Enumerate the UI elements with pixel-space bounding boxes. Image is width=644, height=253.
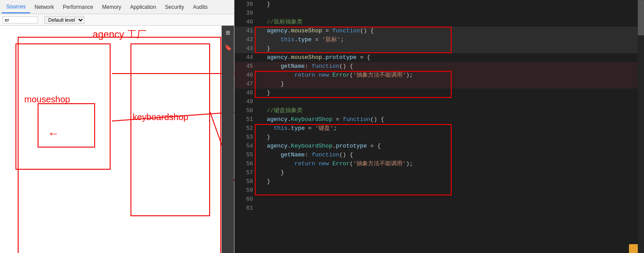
left-panel: Sources Network Performance Memory Appli… bbox=[0, 0, 234, 253]
table-row: 44 agency.mouseShop.prototype = { bbox=[234, 53, 644, 62]
table-row: 40 //鼠标抽象类 bbox=[234, 18, 644, 27]
line-num: 53 bbox=[234, 133, 253, 142]
line-num: 41 bbox=[234, 27, 253, 35]
tab-audits[interactable]: Audits bbox=[188, 1, 212, 13]
line-num: 61 bbox=[234, 204, 253, 213]
tab-performance[interactable]: Performance bbox=[58, 1, 98, 13]
agency-label: agency 工厂 bbox=[92, 28, 146, 41]
line-num: 42 bbox=[234, 35, 253, 44]
line-num: 49 bbox=[234, 97, 253, 106]
right-panel: 38 } 39 40 //鼠标抽象类 bbox=[234, 0, 644, 253]
line-code: getName: function() { bbox=[253, 62, 644, 71]
code-area: 38 } 39 40 //鼠标抽象类 bbox=[234, 0, 644, 253]
line-code bbox=[253, 9, 644, 18]
table-row: 50 //键盘抽象类 bbox=[234, 106, 644, 115]
line-num: 54 bbox=[234, 142, 253, 151]
table-row: 51 agency.KeyboardShop = function() { bbox=[234, 115, 644, 124]
line-num: 39 bbox=[234, 9, 253, 18]
tab-memory[interactable]: Memory bbox=[98, 1, 126, 13]
table-row: 49 bbox=[234, 97, 644, 106]
box-mouseshop-inner bbox=[38, 103, 95, 148]
line-code bbox=[253, 195, 644, 204]
tab-application[interactable]: Application bbox=[126, 1, 161, 13]
keyboardshop-label: keyboardshop bbox=[133, 112, 188, 122]
line-num: 55 bbox=[234, 151, 253, 160]
scrollbar-thumb[interactable] bbox=[638, 0, 644, 35]
line-num: 47 bbox=[234, 80, 253, 89]
devtools-toolbar: Default level Verbose Info Warnings Erro… bbox=[0, 14, 234, 26]
table-row: 45 getName: function() { bbox=[234, 62, 644, 71]
status-indicator bbox=[629, 244, 638, 253]
line-num: 45 bbox=[234, 62, 253, 71]
line-num: 46 bbox=[234, 71, 253, 80]
line-code: } bbox=[253, 0, 644, 9]
diagram-area: agency 工厂 mouseshop ← keyboardshop ⊞ 🔖 bbox=[0, 26, 234, 253]
scrollbar[interactable] bbox=[638, 0, 644, 253]
mouseshop-proto-highlight bbox=[255, 71, 452, 98]
line-code: agency.mouseShop.prototype = { bbox=[253, 53, 644, 62]
filter-input[interactable] bbox=[3, 16, 38, 23]
table-row: 60 bbox=[234, 195, 644, 204]
box-keyboardshop bbox=[130, 43, 210, 216]
line-num: 52 bbox=[234, 124, 253, 133]
devtools-tabs: Sources Network Performance Memory Appli… bbox=[0, 0, 234, 14]
grid-icon[interactable]: ⊞ bbox=[226, 28, 230, 37]
line-num: 38 bbox=[234, 0, 253, 9]
line-num: 50 bbox=[234, 106, 253, 115]
line-num: 48 bbox=[234, 89, 253, 97]
line-num: 43 bbox=[234, 44, 253, 53]
line-num: 60 bbox=[234, 195, 253, 204]
side-icon-bar: ⊞ 🔖 bbox=[222, 26, 234, 253]
line-code: //鼠标抽象类 bbox=[253, 18, 644, 27]
level-select[interactable]: Default level Verbose Info Warnings Erro… bbox=[44, 16, 84, 24]
line-code: //键盘抽象类 bbox=[253, 106, 644, 115]
tab-security[interactable]: Security bbox=[161, 1, 188, 13]
table-row: 61 bbox=[234, 204, 644, 213]
line-code bbox=[253, 204, 644, 213]
table-row: 38 } bbox=[234, 0, 644, 9]
line-num: 59 bbox=[234, 186, 253, 195]
arrow-mouseshop: ← bbox=[48, 127, 59, 140]
tab-network[interactable]: Network bbox=[30, 1, 58, 13]
keyboardshop-code-highlight bbox=[255, 124, 452, 195]
line-num: 44 bbox=[234, 53, 253, 62]
bookmark-icon: 🔖 bbox=[224, 44, 232, 51]
line-code bbox=[253, 97, 644, 106]
line-code: agency.KeyboardShop = function() { bbox=[253, 115, 644, 124]
table-row: 39 bbox=[234, 9, 644, 18]
line-num: 58 bbox=[234, 177, 253, 186]
line-num: 51 bbox=[234, 115, 253, 124]
tab-sources[interactable]: Sources bbox=[2, 1, 30, 13]
line-num: 56 bbox=[234, 160, 253, 168]
mouseshop-code-highlight bbox=[255, 27, 452, 53]
line-num: 57 bbox=[234, 168, 253, 177]
line-num: 40 bbox=[234, 18, 253, 27]
